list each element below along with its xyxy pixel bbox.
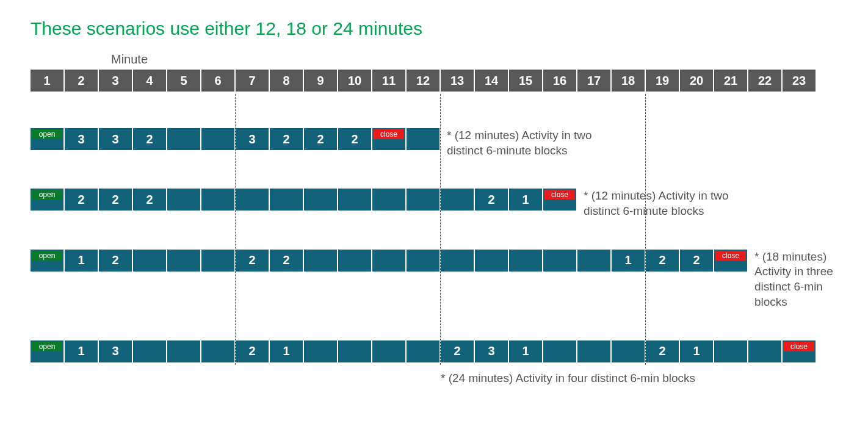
activity-value: 3 (488, 344, 494, 358)
activity-value: 3 (248, 132, 255, 146)
activity-cell: open (31, 340, 63, 362)
close-badge: close (784, 342, 814, 351)
activity-cell: open (31, 250, 63, 272)
activity-cell: 2 (133, 189, 166, 211)
activity-cell: close (543, 189, 576, 211)
activity-value: 2 (112, 253, 118, 267)
row-4-track: open132123121close (31, 340, 816, 362)
minute-header-cell: 3 (99, 70, 132, 92)
activity-value: 2 (78, 193, 84, 207)
minute-header-cell: 10 (338, 70, 371, 92)
activity-cell (167, 250, 200, 272)
activity-value: 1 (624, 253, 631, 267)
activity-value: 3 (112, 344, 118, 358)
activity-cell (748, 340, 781, 362)
open-badge: open (32, 251, 62, 261)
activity-value: 2 (659, 253, 665, 267)
activity-cell: 1 (65, 340, 98, 362)
activity-cell: 3 (99, 340, 132, 362)
minute-header-cell: 15 (509, 70, 542, 92)
minute-header-cell: 2 (65, 70, 98, 92)
activity-cell (543, 250, 576, 272)
activity-cell (509, 250, 542, 272)
minute-header-cell: 5 (167, 70, 200, 92)
activity-value: 3 (112, 132, 118, 146)
activity-cell (304, 189, 337, 211)
activity-value: 1 (78, 344, 84, 358)
page-title: These scenarios use either 12, 18 or 24 … (31, 18, 837, 39)
activity-cell (201, 250, 234, 272)
activity-cell: 2 (680, 250, 713, 272)
minute-header-cell: 14 (475, 70, 508, 92)
activity-cell (201, 128, 234, 150)
close-badge: close (544, 190, 575, 200)
activity-cell (133, 340, 166, 362)
activity-cell: close (783, 340, 816, 362)
activity-cell: 2 (236, 340, 269, 362)
activity-value: 3 (78, 132, 84, 146)
activity-cell (407, 340, 439, 362)
activity-cell (167, 128, 200, 150)
activity-cell: close (372, 128, 405, 150)
activity-cell: 1 (680, 340, 713, 362)
minute-header-cell: 12 (407, 70, 439, 92)
activity-cell: 2 (646, 340, 679, 362)
activity-cell (270, 189, 303, 211)
activity-cell: 1 (612, 250, 645, 272)
activity-cell: close (714, 250, 747, 272)
activity-cell (372, 189, 405, 211)
row-3-note: * (18 minutes) Activity in three distinc… (754, 250, 837, 310)
activity-value: 2 (454, 344, 460, 358)
activity-cell (407, 128, 439, 150)
activity-cell: 2 (236, 250, 269, 272)
activity-cell: 2 (270, 250, 303, 272)
minute-header-cell: 9 (304, 70, 337, 92)
row-1-track: open3323222close (31, 128, 439, 150)
activity-cell: 1 (270, 340, 303, 362)
activity-cell: 1 (509, 340, 542, 362)
activity-cell (304, 340, 337, 362)
activity-value: 2 (317, 132, 324, 146)
activity-value: 1 (522, 344, 529, 358)
minute-header-cell: 16 (543, 70, 576, 92)
activity-cell (133, 250, 166, 272)
activity-cell (236, 189, 269, 211)
minute-header-cell: 11 (372, 70, 405, 92)
minute-header-cell: 21 (714, 70, 747, 92)
close-badge: close (374, 129, 404, 139)
row-2-track: open22221close (31, 189, 576, 211)
activity-cell (577, 250, 610, 272)
close-badge: close (715, 251, 746, 261)
activity-cell (304, 250, 337, 272)
open-badge: open (32, 190, 62, 200)
activity-value: 1 (78, 253, 84, 267)
activity-cell (372, 340, 405, 362)
activity-cell: 2 (475, 189, 508, 211)
scenario-rows: open3323222close* (12 minutes) Activity … (31, 128, 837, 362)
activity-cell: 2 (99, 189, 132, 211)
activity-value: 2 (351, 132, 358, 146)
activity-cell (612, 340, 645, 362)
activity-cell (577, 340, 610, 362)
activity-cell: 2 (270, 128, 303, 150)
diagram-stage: Minute 123456789101112131415161718192021… (31, 70, 837, 386)
activity-value: 2 (112, 193, 118, 207)
minute-header-row: 1234567891011121314151617181920212223 (31, 70, 837, 92)
row-2: open22221close* (12 minutes) Activity in… (31, 189, 837, 218)
activity-cell (338, 189, 371, 211)
activity-value: 2 (693, 253, 700, 267)
minute-header-cell: 19 (646, 70, 679, 92)
activity-cell (714, 340, 747, 362)
minute-header-cell: 13 (441, 70, 474, 92)
activity-value: 2 (248, 344, 255, 358)
minute-header-cell: 4 (133, 70, 166, 92)
activity-cell: open (31, 128, 63, 150)
activity-value: 2 (248, 253, 255, 267)
minute-header-cell: 20 (680, 70, 713, 92)
activity-value: 2 (659, 344, 665, 358)
activity-cell: 2 (65, 189, 98, 211)
activity-cell (201, 189, 234, 211)
activity-value: 2 (146, 193, 153, 207)
activity-cell: 2 (646, 250, 679, 272)
row-3: open1222122close* (18 minutes) Activity … (31, 250, 837, 310)
